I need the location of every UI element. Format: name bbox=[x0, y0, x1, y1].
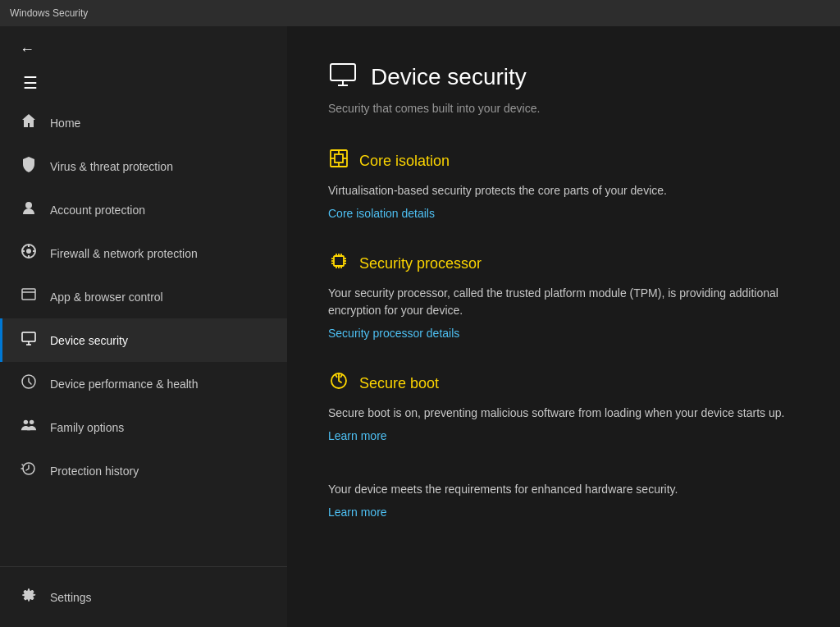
sidebar-label-firewall: Firewall & network protection bbox=[50, 247, 198, 260]
core-isolation-desc: Virtualisation-based security protects t… bbox=[328, 182, 799, 199]
section-core-isolation: Core isolation Virtualisation-based secu… bbox=[328, 148, 799, 221]
section-secure-boot: Secure boot Secure boot is on, preventin… bbox=[328, 370, 799, 443]
sidebar-label-history: Protection history bbox=[50, 465, 139, 478]
sidebar-item-browser[interactable]: App & browser control bbox=[0, 275, 287, 318]
svg-point-0 bbox=[25, 202, 32, 208]
bottom-text: Your device meets the requirements for e… bbox=[328, 481, 799, 498]
security-processor-title: Security processor bbox=[359, 255, 482, 272]
sidebar-label-family: Family options bbox=[50, 421, 124, 434]
page-subtitle: Security that comes built into your devi… bbox=[328, 102, 799, 115]
sidebar-top: ← bbox=[0, 26, 287, 73]
sidebar-label-account: Account protection bbox=[50, 204, 145, 217]
secure-boot-icon bbox=[328, 370, 349, 396]
page-header: Device security bbox=[328, 59, 799, 95]
device-security-icon bbox=[19, 330, 39, 350]
sidebar-item-account[interactable]: Account protection bbox=[0, 188, 287, 231]
security-processor-link[interactable]: Security processor details bbox=[328, 327, 459, 340]
svg-rect-23 bbox=[334, 256, 344, 266]
home-icon bbox=[19, 112, 39, 133]
svg-point-13 bbox=[30, 420, 34, 424]
app-title: Windows Security bbox=[10, 7, 88, 19]
sidebar-label-device-security: Device security bbox=[50, 334, 128, 347]
back-icon: ← bbox=[20, 41, 34, 57]
sidebar-item-firewall[interactable]: Firewall & network protection bbox=[0, 231, 287, 275]
svg-rect-9 bbox=[22, 332, 35, 341]
security-processor-header: Security processor bbox=[328, 250, 799, 277]
sidebar-item-history[interactable]: Protection history bbox=[0, 449, 287, 492]
sidebar-label-performance: Device performance & health bbox=[50, 378, 199, 391]
core-isolation-icon bbox=[328, 148, 349, 174]
family-icon bbox=[19, 417, 39, 437]
sidebar-label-browser: App & browser control bbox=[50, 291, 163, 304]
svg-rect-18 bbox=[335, 154, 343, 162]
sidebar-item-family[interactable]: Family options bbox=[0, 405, 287, 449]
sidebar-item-home[interactable]: Home bbox=[0, 101, 287, 144]
core-isolation-link[interactable]: Core isolation details bbox=[328, 207, 435, 220]
svg-rect-7 bbox=[22, 289, 35, 300]
security-processor-desc: Your security processor, called the trus… bbox=[328, 285, 799, 319]
secure-boot-title: Secure boot bbox=[359, 375, 439, 392]
sidebar-item-device-security[interactable]: Device security bbox=[0, 318, 287, 362]
history-icon bbox=[19, 460, 39, 481]
firewall-icon bbox=[19, 243, 39, 263]
core-isolation-title: Core isolation bbox=[359, 153, 450, 170]
svg-point-12 bbox=[24, 420, 28, 424]
sidebar-bottom: Settings bbox=[0, 566, 287, 627]
browser-icon bbox=[19, 286, 39, 307]
secure-boot-header: Secure boot bbox=[328, 370, 799, 396]
bottom-section: Your device meets the requirements for e… bbox=[328, 473, 799, 519]
settings-icon bbox=[19, 587, 39, 607]
core-isolation-header: Core isolation bbox=[328, 148, 799, 174]
section-security-processor: Security processor Your security process… bbox=[328, 250, 799, 341]
account-icon bbox=[19, 199, 39, 220]
menu-icon[interactable]: ☰ bbox=[16, 67, 44, 98]
performance-icon bbox=[19, 373, 39, 394]
sidebar: ← ☰ Home Virus & thre bbox=[0, 26, 287, 627]
sidebar-label-virus: Virus & threat protection bbox=[50, 160, 173, 173]
sidebar-item-virus[interactable]: Virus & threat protection bbox=[0, 144, 287, 188]
security-processor-icon bbox=[328, 250, 349, 277]
sidebar-nav: Home Virus & threat protection Acco bbox=[0, 101, 287, 566]
sidebar-label-settings: Settings bbox=[50, 591, 92, 604]
bottom-learn-more-link[interactable]: Learn more bbox=[328, 506, 387, 519]
app-layout: ← ☰ Home Virus & thre bbox=[0, 26, 840, 627]
shield-icon bbox=[19, 156, 39, 176]
page-header-icon bbox=[328, 59, 358, 95]
sidebar-item-performance[interactable]: Device performance & health bbox=[0, 362, 287, 405]
svg-point-2 bbox=[26, 249, 31, 254]
page-title: Device security bbox=[371, 64, 527, 90]
sidebar-item-settings[interactable]: Settings bbox=[0, 575, 287, 619]
svg-rect-14 bbox=[331, 64, 355, 80]
main-content: Device security Security that comes buil… bbox=[287, 26, 840, 627]
secure-boot-link[interactable]: Learn more bbox=[328, 429, 387, 442]
secure-boot-desc: Secure boot is on, preventing malicious … bbox=[328, 405, 799, 422]
title-bar: Windows Security bbox=[0, 0, 840, 26]
sidebar-label-home: Home bbox=[50, 117, 80, 130]
back-button[interactable]: ← bbox=[13, 34, 41, 65]
